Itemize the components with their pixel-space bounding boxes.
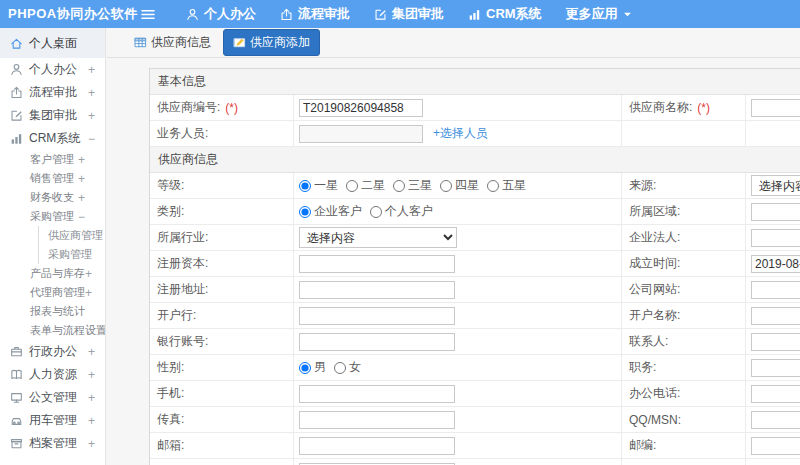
sidebar-item-8[interactable]: 采购管理− — [0, 207, 105, 226]
menu-toggle-icon[interactable] — [140, 8, 156, 21]
sidebar-item-6[interactable]: 销售管理+ — [0, 169, 105, 188]
text-input[interactable] — [751, 385, 800, 403]
field-label: 来源: — [629, 177, 656, 194]
select-person-link[interactable]: +选择人员 — [433, 125, 488, 142]
sidebar-item-10[interactable]: 采购管理 — [38, 245, 105, 264]
radio-option[interactable]: 企业客户 — [299, 203, 362, 220]
select-input[interactable]: 选择内容 — [751, 175, 800, 196]
tab-label: 供应商信息 — [151, 34, 211, 51]
text-input[interactable] — [299, 307, 455, 325]
sidebar-item-7[interactable]: 财务收支+ — [0, 188, 105, 207]
sidebar-item-11[interactable]: 产品与库存+ — [0, 264, 105, 283]
radio-option[interactable]: 四星 — [440, 177, 479, 194]
form-row: 开户行:开户名称: — [150, 303, 800, 329]
chart-icon — [10, 132, 23, 145]
topnav-item-3[interactable]: CRM系统 — [468, 5, 542, 23]
sidebar-item-19[interactable]: 档案管理+ — [0, 432, 105, 455]
sidebar-item-4[interactable]: CRM系统− — [0, 127, 105, 150]
select-input[interactable]: 选择内容 — [299, 227, 457, 248]
text-input[interactable] — [751, 307, 800, 325]
field-value-cell — [746, 121, 800, 146]
form-row: 类别:企业客户个人客户所属区域: — [150, 199, 800, 225]
sidebar-item-1[interactable]: 个人办公+ — [0, 58, 105, 81]
radio-input[interactable] — [299, 180, 311, 192]
radio-option[interactable]: 男 — [299, 359, 326, 376]
text-input[interactable] — [751, 229, 800, 247]
field-label-cell: 等级: — [150, 173, 294, 198]
field-label-cell — [622, 121, 746, 146]
sidebar-item-15[interactable]: 行政办公+ — [0, 340, 105, 363]
sidebar-item-9[interactable]: 供应商管理 — [38, 226, 105, 245]
sidebar-item-2[interactable]: 流程审批+ — [0, 81, 105, 104]
tab-0[interactable]: 供应商信息 — [134, 34, 211, 51]
sidebar-item-label: 报表与统计 — [30, 304, 85, 319]
radio-input[interactable] — [487, 180, 499, 192]
text-input[interactable] — [751, 99, 800, 117]
sidebar-item-14[interactable]: 表单与流程设置+ — [0, 321, 105, 340]
radio-option[interactable]: 个人客户 — [370, 203, 433, 220]
topnav-item-2[interactable]: 集团审批 — [374, 5, 444, 23]
field-label-cell: 手机: — [150, 381, 294, 406]
sidebar-item-label: 流程审批 — [29, 84, 77, 101]
radio-input[interactable] — [370, 206, 382, 218]
field-value-cell — [746, 199, 800, 224]
radio-input[interactable] — [299, 362, 311, 374]
user-icon — [10, 63, 23, 76]
sidebar-item-0[interactable]: 个人桌面 — [0, 28, 105, 58]
sidebar-item-5[interactable]: 客户管理+ — [0, 150, 105, 169]
text-input[interactable] — [751, 281, 800, 299]
sidebar-item-label: 表单与流程设置 — [30, 323, 106, 338]
field-value-cell — [294, 329, 622, 354]
radio-input[interactable] — [334, 362, 346, 374]
topnav-item-4[interactable]: 更多应用 — [566, 5, 632, 23]
radio-option[interactable]: 五星 — [487, 177, 526, 194]
radio-input[interactable] — [393, 180, 405, 192]
text-input[interactable] — [751, 203, 800, 221]
radio-input[interactable] — [299, 206, 311, 218]
form-row: 注册地址:公司网站: — [150, 277, 800, 303]
sidebar-item-3[interactable]: 集团审批+ — [0, 104, 105, 127]
sidebar-item-16[interactable]: 人力资源+ — [0, 363, 105, 386]
radio-option[interactable]: 二星 — [346, 177, 385, 194]
field-label: 成立时间: — [629, 255, 680, 272]
text-input[interactable] — [299, 333, 455, 351]
topnav-item-label: 流程审批 — [298, 5, 350, 23]
expand-indicator: + — [78, 172, 85, 186]
radio-option[interactable]: 一星 — [299, 177, 338, 194]
text-input[interactable] — [299, 385, 455, 403]
expand-indicator: + — [88, 437, 95, 451]
topnav-item-1[interactable]: 流程审批 — [280, 5, 350, 23]
tab-1[interactable]: 供应商添加 — [223, 29, 320, 56]
sidebar-item-17[interactable]: 公文管理+ — [0, 386, 105, 409]
field-value-cell — [294, 95, 622, 120]
sidebar-item-label: 档案管理 — [29, 435, 77, 452]
field-label: 开户行: — [157, 307, 196, 324]
text-input[interactable] — [299, 281, 455, 299]
topnav-item-label: 个人办公 — [204, 5, 256, 23]
text-input[interactable] — [299, 437, 455, 455]
radio-input[interactable] — [440, 180, 452, 192]
sidebar-item-18[interactable]: 用车管理+ — [0, 409, 105, 432]
required-mark: (*) — [697, 101, 710, 115]
radio-option[interactable]: 女 — [334, 359, 361, 376]
sidebar-item-label: 个人桌面 — [29, 35, 77, 52]
expand-indicator: + — [88, 109, 95, 123]
text-input[interactable] — [751, 359, 800, 377]
sidebar-item-label: 供应商管理 — [48, 228, 103, 243]
radio-input[interactable] — [346, 180, 358, 192]
field-value-cell: 一星二星三星四星五星 — [294, 173, 622, 198]
sidebar-item-12[interactable]: 代理商管理+ — [0, 283, 105, 302]
topnav-item-0[interactable]: 个人办公 — [186, 5, 256, 23]
person-input[interactable] — [299, 125, 423, 143]
text-input[interactable] — [751, 255, 800, 273]
text-input[interactable] — [299, 99, 423, 117]
admin-icon — [10, 345, 23, 358]
text-input[interactable] — [751, 411, 800, 429]
text-input[interactable] — [299, 411, 455, 429]
radio-option[interactable]: 三星 — [393, 177, 432, 194]
field-value-cell — [294, 277, 622, 302]
text-input[interactable] — [751, 333, 800, 351]
text-input[interactable] — [751, 437, 800, 455]
text-input[interactable] — [299, 255, 455, 273]
sidebar-item-13[interactable]: 报表与统计 — [0, 302, 105, 321]
